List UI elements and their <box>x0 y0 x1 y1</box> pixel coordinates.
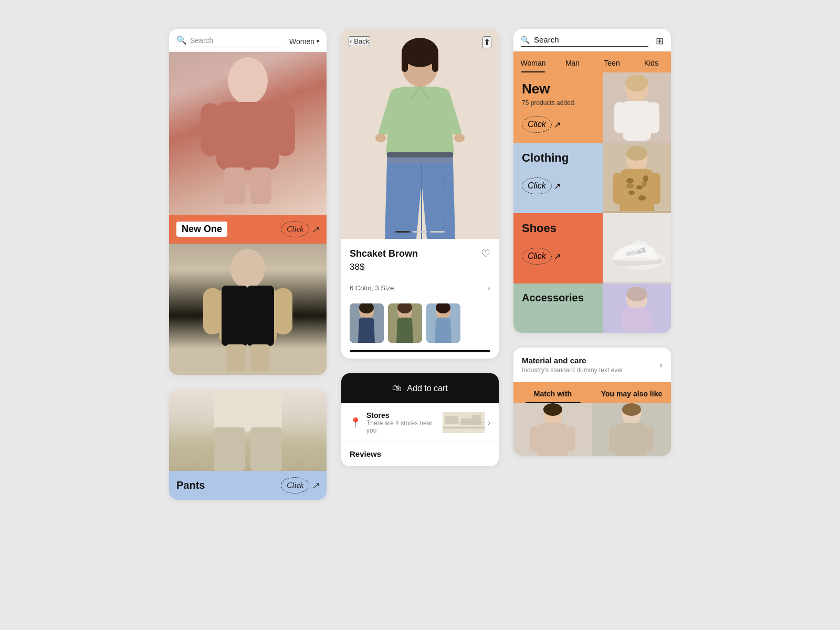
dot-2 <box>413 231 427 233</box>
new-one-label[interactable]: New One <box>176 222 227 237</box>
color-size-row[interactable]: 6 Color, 3 Size › <box>350 278 490 292</box>
svg-rect-5 <box>250 167 271 204</box>
product-title-row: Shcaket Brown ♡ <box>350 247 490 260</box>
svg-rect-48 <box>623 101 651 141</box>
reviews-title: Reviews <box>350 449 381 458</box>
blazer-model <box>169 244 327 375</box>
svg-rect-4 <box>224 167 245 204</box>
svg-point-57 <box>628 191 635 195</box>
add-to-cart-button[interactable]: 🛍 Add to cart <box>341 373 499 403</box>
back-button[interactable]: ‹ Back <box>349 36 370 46</box>
accessories-section: Accessories <box>513 284 671 333</box>
tab-also-like[interactable]: You may also like <box>592 382 671 403</box>
women-dropdown[interactable]: Women ▾ <box>289 37 319 46</box>
svg-point-61 <box>626 183 634 188</box>
svg-rect-60 <box>651 173 660 204</box>
svg-rect-20 <box>402 51 408 72</box>
svg-rect-9 <box>274 288 292 334</box>
svg-rect-80 <box>609 426 618 452</box>
tab-teen-label: Teen <box>604 59 620 67</box>
svg-rect-8 <box>203 288 222 334</box>
app-search-bar: 🔍 Search ⊞ <box>513 29 671 51</box>
svg-rect-75 <box>530 426 540 452</box>
match-with-label: Match with <box>534 390 572 398</box>
svg-point-55 <box>636 185 643 190</box>
clothing-click[interactable]: Click ↗ <box>522 177 594 194</box>
svg-rect-21 <box>432 51 438 72</box>
shoes-section-content: Shoes Click ↗ <box>513 213 603 284</box>
material-title: Material and care <box>522 356 623 365</box>
browse-card: 🔍 Search Women ▾ <box>169 29 327 375</box>
click-text-1[interactable]: Click <box>281 221 309 237</box>
tab-woman[interactable]: Woman <box>513 51 553 72</box>
material-care-card: Material and care Industry's standard du… <box>513 348 671 456</box>
svg-point-71 <box>626 287 647 301</box>
svg-rect-26 <box>387 152 453 158</box>
svg-point-24 <box>454 134 465 142</box>
material-row[interactable]: Material and care Industry's standard du… <box>513 348 671 382</box>
material-text: Material and care Industry's standard du… <box>522 356 623 374</box>
tab-match-with[interactable]: Match with <box>513 382 592 403</box>
search-icon: 🔍 <box>176 35 187 45</box>
category-browse-card: 🔍 Search ⊞ Woman Man Teen Kids <box>513 29 671 333</box>
stores-chevron-icon: › <box>488 418 490 427</box>
variant-thumb-3[interactable] <box>426 303 460 343</box>
click-text-pants[interactable]: Click <box>281 477 309 494</box>
clothing-section-image <box>603 143 671 213</box>
pants-label[interactable]: Pants <box>176 479 205 491</box>
tab-teen[interactable]: Teen <box>592 51 632 72</box>
stores-row[interactable]: 📍 Stores There are 4 stores near you <box>341 403 499 442</box>
svg-rect-59 <box>613 173 623 204</box>
stores-map-area: › <box>443 412 490 433</box>
tab-man[interactable]: Man <box>553 51 592 72</box>
svg-rect-1 <box>216 102 279 170</box>
reviews-section: Reviews <box>341 442 499 466</box>
shoes-click-arrow: ↗ <box>554 251 561 261</box>
grid-icon[interactable]: ⊞ <box>656 35 664 47</box>
svg-rect-16 <box>250 427 282 471</box>
pink-sweater-model <box>169 52 327 215</box>
match-img-2 <box>592 403 671 456</box>
arrow-icon-1: ↗ <box>311 224 319 235</box>
cart-section: 🛍 Add to cart 📍 Stores There are 4 store… <box>341 373 499 466</box>
click-button-pants[interactable]: Click ↗ <box>281 477 319 494</box>
stores-left: 📍 Stores There are 4 stores near you <box>350 411 443 434</box>
color-size-text: 6 Color, 3 Size <box>350 284 394 292</box>
tab-kids[interactable]: Kids <box>632 51 671 72</box>
search-text: Search <box>534 35 648 44</box>
svg-point-62 <box>642 181 647 187</box>
svg-point-79 <box>622 403 641 416</box>
material-chevron-icon: › <box>659 360 663 371</box>
product-image-area: ‹ Back ⬆ <box>341 29 499 239</box>
product-title: Shcaket Brown <box>350 248 418 259</box>
svg-point-74 <box>543 403 562 416</box>
arrow-icon-pants: ↗ <box>311 480 319 491</box>
thumb-figure-2 <box>388 303 422 343</box>
svg-rect-11 <box>247 286 274 346</box>
add-to-cart-label: Add to cart <box>407 384 447 393</box>
variant-thumb-2[interactable] <box>388 303 422 343</box>
match-images <box>513 403 671 456</box>
thumb-figure-3 <box>426 303 460 343</box>
match-tabs: Match with You may also like <box>513 382 671 403</box>
column-2: ‹ Back ⬆ <box>341 29 499 500</box>
pants-banner: Pants Click ↗ <box>169 471 327 500</box>
share-button[interactable]: ⬆ <box>482 36 491 48</box>
svg-point-54 <box>626 178 634 183</box>
svg-rect-41 <box>461 418 471 425</box>
wishlist-button[interactable]: ♡ <box>481 247 490 260</box>
search-icon-app: 🔍 <box>521 36 530 44</box>
back-arrow-icon: ‹ <box>350 37 352 45</box>
accessories-title: Accessories <box>522 292 594 304</box>
tab-woman-label: Woman <box>521 59 546 67</box>
click-button-1[interactable]: Click ↗ <box>281 221 319 237</box>
product-price: 38$ <box>350 262 490 272</box>
svg-point-58 <box>638 195 646 201</box>
material-subtitle: Industry's standard dummy text ever <box>522 366 623 374</box>
shoes-click[interactable]: Click ↗ <box>522 248 594 265</box>
new-section-click[interactable]: Click ↗ <box>522 116 594 133</box>
shoes-title: Shoes <box>522 222 594 235</box>
dot-1 <box>395 231 410 233</box>
search-field[interactable]: 🔍 Search <box>521 35 648 47</box>
variant-thumb-1[interactable] <box>350 303 384 343</box>
